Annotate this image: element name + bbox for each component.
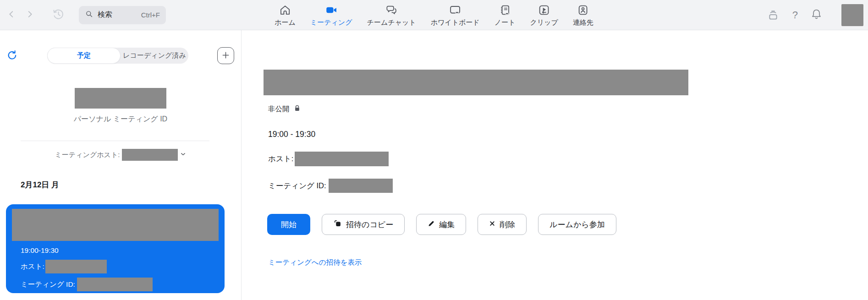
refresh-button[interactable] — [6, 49, 18, 62]
nav-tab-whiteboard[interactable]: ホワイトボード — [431, 4, 480, 27]
zoom-app-window: 検索 Ctrl+F ホーム ミーティング — [0, 0, 868, 300]
meeting-id-value-redacted — [77, 278, 153, 291]
notebook-icon — [499, 4, 511, 17]
meeting-detail-panel: 非公開 19:00 - 19:30 ホスト: ミーティング ID: 開始 — [242, 30, 868, 300]
meeting-actions: 開始 招待のコピー 編集 — [267, 214, 868, 235]
meeting-host-value-redacted — [122, 149, 178, 161]
meeting-id-label: ミーティング ID: — [268, 181, 326, 191]
personal-meeting-id-redacted — [75, 88, 166, 109]
schedule-meeting-button[interactable] — [217, 47, 234, 64]
chevron-left-icon — [6, 9, 16, 21]
host-row: ホスト: — [268, 152, 868, 166]
meeting-host-label: ミーティングホスト: — [55, 151, 120, 159]
share-to-device-icon — [766, 8, 780, 22]
meeting-id-row: ミーティング ID: — [21, 278, 219, 291]
sidebar-divider — [21, 141, 209, 141]
host-label: ホスト: — [21, 262, 44, 272]
join-from-room-button[interactable]: ルームから参加 — [538, 214, 616, 235]
avatar[interactable] — [841, 4, 863, 26]
top-bar-right: ? — [766, 4, 863, 26]
host-value-redacted — [45, 260, 107, 273]
recent-history-button[interactable] — [51, 7, 65, 22]
contact-card-icon — [577, 4, 589, 17]
tab-recorded[interactable]: レコーディング済み — [121, 51, 188, 60]
clip-play-icon — [538, 4, 550, 17]
privacy-label: 非公開 — [268, 104, 290, 114]
meetings-filter-tabs: 予定 レコーディング済み — [47, 48, 188, 64]
meeting-id-label: ミーティング ID: — [21, 279, 75, 289]
delete-button[interactable]: 削除 — [478, 214, 527, 235]
whiteboard-icon — [449, 4, 461, 17]
forward-button[interactable] — [25, 9, 35, 21]
personal-meeting-id-caption: パーソナル ミーティング ID — [0, 115, 241, 124]
x-icon — [489, 220, 495, 229]
help-button[interactable]: ? — [792, 9, 798, 21]
copy-invitation-label: 招待のコピー — [346, 219, 393, 230]
meeting-host-filter[interactable]: ミーティングホスト: — [0, 149, 241, 161]
history-clock-icon — [51, 7, 65, 22]
nav-tab-notes[interactable]: ノート — [494, 4, 516, 27]
privacy-row: 非公開 — [268, 104, 868, 114]
meeting-id-value-redacted — [329, 179, 393, 193]
app-body: 予定 レコーディング済み パーソナル ミーティング ID ミーティングホスト: — [0, 30, 868, 300]
nav-tab-team-chat[interactable]: チームチャット — [367, 4, 416, 27]
nav-label: ホーム — [275, 18, 296, 27]
search-input[interactable]: 検索 Ctrl+F — [79, 6, 166, 24]
show-meeting-invitation-link[interactable]: ミーティングへの招待を表示 — [268, 258, 362, 267]
chevron-down-icon — [180, 151, 186, 159]
chat-bubbles-icon — [385, 4, 397, 17]
edit-label: 編集 — [439, 219, 455, 230]
notifications-button[interactable] — [810, 8, 823, 22]
nav-label: ホワイトボード — [431, 18, 480, 27]
lock-icon — [293, 104, 301, 114]
chevron-right-icon — [25, 9, 35, 21]
meeting-host-row: ホスト: — [21, 260, 219, 273]
nav-label: 連絡先 — [573, 18, 593, 27]
history-navigation — [6, 9, 35, 21]
search-shortcut-hint: Ctrl+F — [141, 11, 160, 19]
meeting-time-range: 19:00 - 19:30 — [268, 130, 868, 139]
meeting-title-redacted — [264, 70, 688, 95]
plus-icon — [221, 50, 231, 61]
sidebar-toolbar: 予定 レコーディング済み — [0, 47, 241, 64]
copy-icon — [333, 219, 342, 230]
nav-tab-meetings[interactable]: ミーティング — [310, 4, 352, 27]
nav-tab-contacts[interactable]: 連絡先 — [573, 4, 593, 27]
tab-upcoming[interactable]: 予定 — [47, 48, 121, 64]
delete-label: 削除 — [500, 219, 515, 230]
meeting-title-redacted — [12, 209, 219, 241]
share-to-device-button[interactable] — [766, 8, 780, 22]
edit-button[interactable]: 編集 — [416, 214, 466, 235]
pencil-icon — [428, 220, 435, 229]
date-header: 2月12日 月 — [21, 180, 241, 190]
nav-label: クリップ — [530, 18, 558, 27]
nav-tab-home[interactable]: ホーム — [275, 4, 296, 27]
start-button[interactable]: 開始 — [267, 214, 310, 235]
copy-invitation-button[interactable]: 招待のコピー — [322, 214, 405, 235]
help-icon: ? — [792, 9, 798, 21]
home-icon — [279, 4, 291, 17]
nav-label: ミーティング — [310, 18, 352, 27]
top-bar: 検索 Ctrl+F ホーム ミーティング — [0, 0, 868, 30]
main-navigation: ホーム ミーティング チームチャット — [275, 0, 593, 30]
host-label: ホスト: — [268, 154, 293, 164]
meeting-id-row: ミーティング ID: — [268, 179, 868, 193]
search-placeholder: 検索 — [98, 10, 112, 20]
nav-tab-clips[interactable]: クリップ — [530, 4, 558, 27]
search-icon — [85, 10, 93, 20]
bell-icon — [810, 8, 823, 22]
back-button[interactable] — [6, 9, 16, 21]
meetings-sidebar: 予定 レコーディング済み パーソナル ミーティング ID ミーティングホスト: — [0, 30, 242, 300]
meeting-list-item-selected[interactable]: 19:00-19:30 ホスト: ミーティング ID: — [6, 204, 225, 293]
meeting-time: 19:00-19:30 — [21, 245, 219, 256]
host-value-redacted — [295, 152, 389, 166]
nav-label: ノート — [494, 18, 516, 27]
nav-label: チームチャット — [367, 18, 416, 27]
refresh-icon — [6, 49, 18, 62]
video-camera-icon — [325, 4, 337, 17]
